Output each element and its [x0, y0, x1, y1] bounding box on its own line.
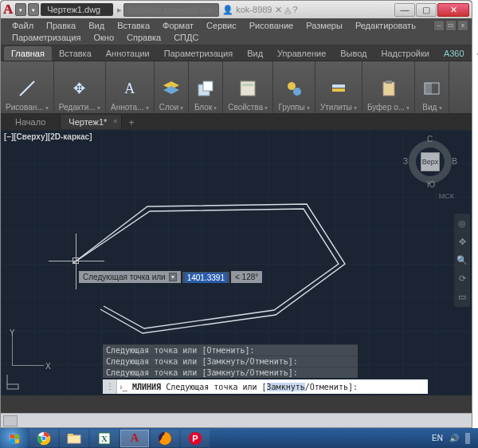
panel-label[interactable]: Редакти... [59, 103, 100, 112]
taskbar-firefox-icon[interactable] [151, 430, 179, 447]
layers-icon[interactable] [159, 77, 183, 100]
view-panel-icon[interactable] [420, 77, 444, 100]
menu-insert[interactable]: Вставка [111, 20, 156, 31]
window-close-button[interactable]: ✕ [437, 3, 469, 17]
nav-pan-icon[interactable]: ✥ [459, 237, 466, 247]
ribbon-tab-annot[interactable]: Аннотации [99, 46, 157, 61]
command-rest2: /Отменить]: [305, 383, 358, 391]
ucs-x-label: X [45, 362, 51, 371]
command-option[interactable]: Замкнуть [267, 383, 305, 391]
command-prompt-icon: ›_ [117, 382, 130, 391]
app-menu-dropdown[interactable]: ▾ [15, 3, 26, 16]
dynamic-options-dropdown[interactable]: ▾ [169, 273, 177, 281]
file-tab-start[interactable]: Начало [7, 115, 61, 129]
panel-label[interactable]: Вид [422, 103, 441, 112]
mdi-minimize-button[interactable]: – [433, 20, 445, 31]
menu-format[interactable]: Формат [156, 20, 200, 31]
nav-zoom-icon[interactable]: 🔍 [456, 255, 468, 265]
nav-wheel-icon[interactable]: ◎ [458, 218, 466, 229]
panel-label[interactable]: Свойства [228, 103, 268, 112]
windows-taskbar[interactable]: X A P EN 🔊 [0, 428, 478, 448]
ribbon-tab-home[interactable]: Главная [4, 46, 52, 61]
navigation-bar[interactable]: ◎ ✥ 🔍 ⟳ ▭ [454, 214, 470, 307]
command-history[interactable]: Следующая точка или [Отменить]: Следующа… [103, 344, 358, 378]
panel-label[interactable]: Аннота... [111, 103, 149, 112]
menu-spds[interactable]: СПДС [167, 32, 205, 43]
mdi-restore-button[interactable]: ▭ [445, 20, 456, 31]
stayconnected-icon[interactable]: ◬ [284, 5, 291, 15]
command-line[interactable]: ⋮ ›_ МЛИНИЯ Следующая точка или [Замкнут… [103, 379, 428, 394]
panel-label[interactable]: Рисован... [6, 103, 49, 112]
show-desktop-button[interactable] [465, 433, 470, 444]
mdi-close-button[interactable]: x [457, 20, 468, 31]
ribbon-tab-view[interactable]: Вид [240, 46, 270, 61]
menu-dimensions[interactable]: Размеры [300, 20, 349, 31]
help-icon[interactable]: ? [293, 5, 298, 14]
titlebar[interactable]: A ▾ ▾ Чертеж1.dwg ▸ 👤 kok-8989 ✕ ◬ ? — ▢… [1, 1, 472, 18]
window-maximize-button[interactable]: ▢ [416, 3, 437, 17]
start-button[interactable] [0, 428, 29, 448]
command-line-text[interactable]: МЛИНИЯ Следующая точка или [Замкнуть/Отм… [130, 383, 358, 391]
nav-showmotion-icon[interactable]: ▭ [458, 292, 466, 302]
menu-service[interactable]: Сервис [200, 20, 243, 31]
clipboard-icon[interactable] [377, 77, 401, 100]
panel-label[interactable]: Утилиты [320, 103, 357, 112]
menu-edit[interactable]: Правка [40, 20, 82, 31]
panel-label[interactable]: Буфер о... [367, 103, 410, 112]
properties-icon[interactable] [236, 77, 260, 100]
ribbon-tab-addins[interactable]: Надстройки [374, 46, 437, 61]
help-search-input[interactable] [123, 3, 219, 17]
taskbar-chrome-icon[interactable] [29, 430, 58, 447]
menu-file[interactable]: Файл [6, 20, 40, 31]
qat-dropdown[interactable]: ▾ [28, 3, 39, 16]
exchange-icon[interactable]: ✕ [275, 5, 282, 15]
ribbon-tab-manage[interactable]: Управление [270, 46, 333, 61]
taskbar-excel-icon[interactable]: X [90, 430, 119, 447]
line-tool-icon[interactable] [15, 77, 39, 100]
panel-block: Блок [189, 61, 223, 113]
model-layout-tab-icon[interactable] [3, 415, 18, 426]
window-minimize-button[interactable]: — [394, 3, 415, 17]
taskbar-autocad-icon[interactable]: A [120, 430, 149, 447]
text-tool-icon[interactable]: A [118, 77, 142, 100]
command-line-handle-icon[interactable]: ⋮ [103, 379, 117, 394]
utilities-icon[interactable] [327, 77, 351, 100]
panel-label[interactable]: Блок [194, 103, 217, 112]
signin-icon[interactable]: 👤 [222, 5, 233, 15]
svg-rect-9 [332, 88, 345, 92]
menu-draw[interactable]: Рисование [243, 20, 300, 31]
ribbon-tab-a360[interactable]: A360 [437, 46, 472, 61]
app-logo-icon[interactable]: A [3, 2, 13, 18]
signin-user[interactable]: kok-8989 [236, 5, 272, 14]
block-icon[interactable] [194, 77, 217, 100]
menu-edit2[interactable]: Редактировать [349, 20, 422, 31]
panel-label[interactable]: Слои [159, 103, 184, 112]
nav-orbit-icon[interactable]: ⟳ [459, 273, 466, 284]
move-tool-icon[interactable]: ✥ [68, 77, 92, 100]
svg-line-0 [20, 81, 34, 96]
taskbar-app-p-icon[interactable]: P [181, 430, 210, 447]
menu-param[interactable]: Параметризация [6, 32, 87, 43]
tray-language-indicator[interactable]: EN [432, 434, 443, 442]
tray-sound-icon[interactable]: 🔊 [449, 434, 459, 442]
menu-window[interactable]: Окно [87, 32, 120, 43]
menu-help[interactable]: Справка [120, 32, 167, 43]
ribbon-tab-output[interactable]: Вывод [333, 46, 374, 61]
dynamic-angle-input[interactable]: < 128° [231, 271, 262, 283]
compass-east[interactable]: В [452, 157, 457, 166]
svg-rect-19 [15, 434, 19, 438]
dynamic-distance-input[interactable]: 1401.3391 [182, 272, 229, 283]
menu-view[interactable]: Вид [82, 20, 111, 31]
ucs-origin-icon[interactable] [4, 373, 23, 392]
panel-label[interactable]: Группы [278, 103, 310, 112]
file-tab-drawing[interactable]: Чертеж1*× [61, 115, 122, 129]
ribbon-tab-insert[interactable]: Вставка [52, 46, 99, 61]
command-rest: Следующая точка или [ [161, 383, 266, 391]
taskbar-tray[interactable]: EN 🔊 [424, 433, 478, 444]
taskbar-explorer-icon[interactable] [60, 430, 88, 447]
new-tab-button[interactable]: + [122, 116, 141, 128]
model-space-canvas[interactable]: [–][Сверху][2D-каркас] Верх С Ю В З МСК … [1, 130, 472, 395]
close-tab-icon[interactable]: × [113, 117, 117, 125]
ribbon-tab-param[interactable]: Параметризация [157, 46, 240, 61]
groups-icon[interactable] [282, 77, 306, 100]
